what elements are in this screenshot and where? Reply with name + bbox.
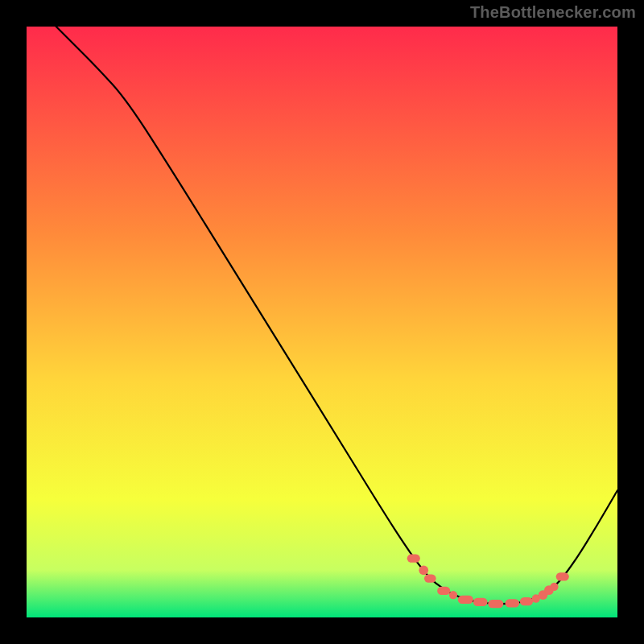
curve-marker <box>449 591 457 599</box>
chart-container: TheBottlenecker.com <box>0 0 644 644</box>
curve-marker <box>437 587 450 595</box>
curve-marker <box>488 600 503 608</box>
plot-area <box>27 27 617 617</box>
curve-marker <box>520 597 533 605</box>
curve-marker <box>550 583 558 591</box>
curve-marker <box>556 572 569 580</box>
watermark-text: TheBottlenecker.com <box>470 3 636 22</box>
curve-marker <box>419 565 428 575</box>
curve-marker <box>407 554 420 562</box>
curve-marker <box>424 574 436 582</box>
chart-svg <box>27 27 617 617</box>
gradient-background <box>27 27 617 617</box>
curve-marker <box>473 598 488 606</box>
curve-marker <box>458 596 473 604</box>
curve-marker <box>506 599 520 607</box>
